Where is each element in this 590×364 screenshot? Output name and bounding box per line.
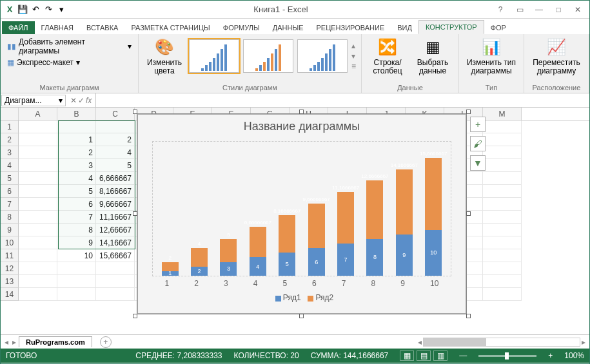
row-header[interactable]: 11 — [1, 249, 19, 262]
cell[interactable] — [19, 249, 57, 262]
hscroll-right-icon[interactable]: ▸ — [582, 338, 585, 347]
cell[interactable] — [483, 120, 522, 133]
cell[interactable]: 8,166667 — [96, 185, 135, 198]
tab-home[interactable]: ГЛАВНАЯ — [35, 21, 80, 34]
row-header[interactable]: 4 — [1, 159, 19, 172]
tab-design[interactable]: КОНСТРУКТОР — [418, 20, 484, 34]
cell[interactable] — [19, 262, 57, 275]
tab-formulas[interactable]: ФОРМУЛЫ — [217, 21, 266, 34]
cell[interactable] — [57, 275, 96, 288]
cell[interactable] — [483, 262, 522, 275]
cell[interactable] — [19, 172, 57, 185]
row-header[interactable]: 2 — [1, 133, 19, 146]
sheet-nav[interactable]: ◂▸ — [5, 338, 16, 347]
cell[interactable] — [57, 120, 96, 133]
tab-file[interactable]: ФАЙЛ — [2, 21, 35, 34]
cell[interactable] — [19, 275, 57, 288]
zoom-out-icon[interactable]: — — [459, 351, 467, 360]
row-header[interactable]: 7 — [1, 198, 19, 211]
minimize-icon[interactable]: — — [530, 3, 548, 16]
cell[interactable] — [483, 211, 522, 224]
cell[interactable]: 7 — [57, 211, 96, 224]
cell[interactable]: 9,666667 — [96, 198, 135, 211]
col-header[interactable]: C — [96, 108, 135, 120]
cell[interactable] — [483, 159, 522, 172]
row-header[interactable]: 12 — [1, 262, 19, 275]
cell[interactable]: 9 — [57, 236, 96, 249]
cell[interactable]: 3 — [57, 159, 96, 172]
cell[interactable] — [483, 185, 522, 198]
chart-styles-button[interactable]: 🖌 — [470, 136, 486, 151]
quick-layout-button[interactable]: ▦ Экспресс-макет▾ — [6, 57, 133, 68]
bar-segment-series1[interactable]: 7 — [337, 244, 354, 276]
worksheet-grid[interactable]: ABCDEFGHIJKLM 1212324435546,666667658,16… — [1, 108, 589, 334]
bar-segment-series2[interactable] — [250, 227, 266, 258]
zoom-value[interactable]: 100% — [564, 351, 584, 360]
cell[interactable]: 4 — [57, 172, 96, 185]
qat-customize-icon[interactable]: ▾ — [56, 5, 66, 15]
move-chart-button[interactable]: 📈 Переместить диаграмму — [529, 37, 584, 75]
cell[interactable]: 2 — [57, 146, 96, 159]
close-icon[interactable]: ✕ — [569, 3, 587, 16]
bar-segment-series2[interactable] — [366, 180, 383, 238]
redo-icon[interactable]: ↷ — [43, 5, 54, 15]
bar-segment-series2[interactable] — [425, 158, 442, 230]
cell[interactable]: 5 — [96, 159, 135, 172]
row-header[interactable]: 8 — [1, 211, 19, 224]
col-header[interactable]: M — [483, 108, 522, 120]
cell[interactable] — [19, 236, 57, 249]
bar-segment-series1[interactable]: 4 — [250, 257, 266, 276]
sheet-tab[interactable]: RuPrograms.com — [19, 336, 92, 347]
cell[interactable] — [483, 133, 522, 146]
cell[interactable] — [19, 288, 57, 301]
bar-segment-series1[interactable]: 6 — [308, 248, 325, 276]
cell[interactable] — [483, 288, 522, 301]
cell[interactable]: 8 — [57, 224, 96, 236]
hscroll-left-icon[interactable]: ◂ — [418, 338, 422, 347]
cell[interactable]: 4 — [96, 146, 135, 159]
tab-review[interactable]: РЕЦЕНЗИРОВАНИЕ — [310, 21, 391, 34]
col-header[interactable]: A — [19, 108, 57, 120]
chart-title[interactable]: Название диаграммы — [138, 115, 466, 136]
cell[interactable] — [57, 288, 96, 301]
row-header[interactable]: 1 — [1, 120, 19, 133]
cell[interactable]: 2 — [96, 133, 135, 146]
cell[interactable]: 6,666667 — [96, 172, 135, 185]
bar-segment-series1[interactable]: 3 — [220, 262, 237, 276]
row-header[interactable]: 3 — [1, 146, 19, 159]
cell[interactable] — [483, 198, 522, 211]
cancel-fx-icon[interactable]: ✕ — [70, 96, 77, 105]
cell[interactable] — [19, 146, 57, 159]
ribbon-options-icon[interactable]: ▭ — [511, 3, 529, 16]
cell[interactable] — [96, 275, 135, 288]
cell[interactable] — [483, 236, 522, 249]
fx-icon[interactable]: fx — [86, 96, 92, 105]
cell[interactable] — [96, 120, 135, 133]
tab-view[interactable]: ВИД — [391, 21, 418, 34]
bar-segment-series1[interactable]: 10 — [425, 230, 442, 276]
cell[interactable] — [19, 185, 57, 198]
cell[interactable]: 15,66667 — [96, 249, 135, 262]
bar-segment-series1[interactable]: 8 — [366, 239, 383, 276]
cell[interactable]: 14,16667 — [96, 236, 135, 249]
maximize-icon[interactable]: □ — [549, 3, 567, 16]
cell[interactable]: 1 — [57, 133, 96, 146]
cell[interactable] — [19, 211, 57, 224]
cell[interactable]: 6 — [57, 198, 96, 211]
tab-page-layout[interactable]: РАЗМЕТКА СТРАНИЦЫ — [124, 21, 216, 34]
cell[interactable]: 12,66667 — [96, 224, 135, 236]
cell[interactable] — [483, 224, 522, 236]
undo-icon[interactable]: ↶ — [30, 5, 41, 15]
bar-segment-series1[interactable]: 9 — [396, 235, 413, 276]
new-sheet-button[interactable]: + — [100, 336, 112, 348]
switch-row-column-button[interactable]: 🔀 Строка/ столбец — [367, 37, 408, 75]
cell[interactable] — [96, 262, 135, 275]
zoom-in-icon[interactable]: + — [548, 351, 553, 360]
tab-format[interactable]: ФОР — [484, 21, 513, 34]
view-page-break-icon[interactable]: ▥ — [433, 350, 447, 361]
add-chart-element-button[interactable]: ▮▮ Добавить элемент диаграммы▾ — [6, 37, 133, 56]
chart-elements-button[interactable]: + — [470, 117, 486, 132]
view-normal-icon[interactable]: ▦ — [400, 350, 414, 361]
name-box[interactable]: Диаграм...▾ — [1, 95, 66, 106]
tab-data[interactable]: ДАННЫЕ — [266, 21, 310, 34]
